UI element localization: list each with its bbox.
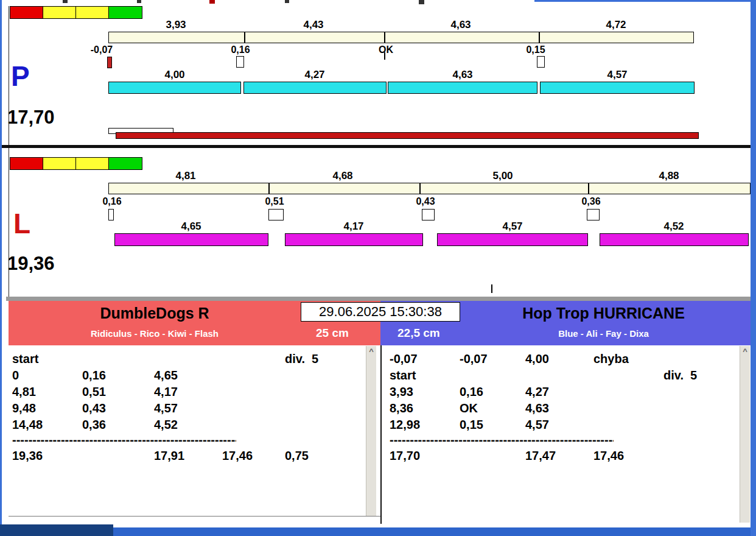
split-time: 4,68 — [306, 170, 379, 182]
table-row-penalty: -0,07-0,074,00chyba — [390, 351, 751, 367]
crossing-marker — [268, 209, 284, 220]
start-light-green — [108, 157, 142, 170]
table-cell: 8,36 — [390, 401, 460, 415]
dog-time: 4,17 — [317, 220, 390, 233]
scoreboard-divider — [6, 297, 752, 301]
table-row: 9,480,434,57 — [12, 400, 380, 417]
table-cell: 4,17 — [154, 385, 222, 399]
results-panel-left: startdiv. 5 00,164,65 4,810,514,17 9,480… — [9, 345, 380, 517]
dog-time-bar — [243, 82, 387, 94]
split-time: 4,81 — [149, 170, 222, 182]
dog-time-bar — [108, 82, 241, 94]
clipped-toolbar-text — [285, 0, 289, 3]
start-light-red — [10, 6, 44, 19]
results-panel-right: -0,07-0,074,00chyba startdiv. 5 3,930,16… — [380, 345, 751, 524]
start-light-yellow-2 — [75, 157, 110, 170]
table-cell: 17,70 — [390, 449, 460, 463]
table-cell: 4,63 — [525, 401, 593, 415]
crossing-value: -0,07 — [76, 44, 127, 55]
scale-divider — [244, 32, 245, 43]
table-row: 8,36OK4,63 — [390, 400, 751, 417]
table-cell: 0 — [12, 368, 82, 383]
table-cell: -0,07 — [390, 352, 460, 366]
table-cell: 12,98 — [390, 418, 460, 432]
table-cell: 4,57 — [154, 401, 222, 415]
table-row: 4,810,514,17 — [12, 384, 380, 400]
dog-time: 4,65 — [155, 220, 228, 233]
split-time: 4,72 — [579, 19, 653, 31]
table-cell: start — [390, 368, 460, 383]
flyball-timer-window: 3,93 4,43 4,63 4,72 -0,07 0,16 OK 0,15 4… — [0, 0, 756, 536]
start-light-red — [10, 157, 44, 170]
crossing-marker — [108, 209, 114, 220]
dog-time-bar — [285, 233, 423, 246]
table-row: 00,164,65 — [12, 367, 380, 384]
table-cell: -0,07 — [460, 352, 525, 366]
crossing-marker-fault — [107, 57, 112, 68]
table-cell: 0,43 — [82, 401, 154, 415]
crossing-tick — [384, 52, 385, 60]
table-cell: div. 5 — [663, 368, 751, 383]
team-name-left: DumbleDogs R — [9, 305, 301, 322]
crossing-value: 0,16 — [86, 196, 138, 207]
cursor-tick — [491, 284, 492, 293]
scroll-up-icon[interactable]: ^ — [740, 346, 750, 356]
dog-time: 4,00 — [138, 69, 211, 81]
race-timestamp: 29.06.2025 15:30:38 — [301, 302, 460, 322]
crossing-value: 0,15 — [510, 44, 561, 55]
table-row: startdiv. 5 — [12, 351, 380, 367]
clipped-toolbar — [0, 0, 756, 6]
table-cell: 17,47 — [525, 449, 593, 463]
start-lights-l — [10, 157, 143, 170]
window-border-right — [751, 0, 756, 536]
crossing-marker — [422, 209, 435, 220]
scale-divider — [539, 32, 540, 43]
team-lineup-left: Ridiculus - Rico - Kiwi - Flash — [9, 328, 301, 339]
table-row-totals: 19,3617,9117,460,75 — [12, 448, 380, 464]
dog-time-bar — [388, 82, 537, 94]
table-cell: 3,93 — [390, 385, 460, 399]
race-progress-bar — [116, 132, 699, 139]
scale-divider — [384, 32, 385, 43]
table-cell: 0,16 — [460, 385, 525, 399]
window-border-bottom — [113, 527, 756, 536]
clipped-toolbar-text — [63, 0, 68, 3]
table-cell: 17,46 — [593, 449, 663, 463]
jump-height-right: 22,5 cm — [397, 326, 440, 340]
crossing-marker — [587, 209, 600, 220]
scale-divider — [419, 183, 421, 194]
table-cell: 0,16 — [82, 368, 154, 383]
table-cell: 4,65 — [154, 368, 222, 383]
lane-letter-p: P — [11, 62, 30, 90]
table-row: startdiv. 5 — [390, 367, 751, 384]
split-time: 5,00 — [466, 170, 539, 182]
split-time: 4,88 — [632, 170, 705, 182]
crossing-value: 0,51 — [249, 196, 300, 207]
crossing-marker — [537, 56, 545, 68]
clipped-toolbar-text — [419, 0, 424, 4]
split-scale-bar-l — [108, 183, 751, 194]
crossing-value: 0,43 — [400, 196, 451, 207]
table-row: 14,480,364,52 — [12, 417, 380, 433]
table-row: 3,930,164,27 — [390, 384, 751, 400]
bottom-left-dark-panel — [0, 524, 113, 536]
right-panel-scrollbar[interactable]: ^ — [740, 346, 750, 523]
table-cell: 4,27 — [525, 385, 593, 399]
dog-time: 4,57 — [476, 220, 549, 233]
left-panel-scrollbar[interactable]: ^ — [366, 346, 376, 516]
table-cell: 17,91 — [154, 449, 222, 463]
table-cell: 4,81 — [12, 385, 82, 399]
table-separator: ----------------------------------------… — [390, 433, 614, 448]
table-cell: 19,36 — [12, 449, 82, 463]
scroll-up-icon[interactable]: ^ — [366, 346, 376, 356]
clipped-window-edge — [534, 0, 751, 2]
start-light-yellow-1 — [43, 157, 77, 170]
lane-total-l: 19,36 — [7, 254, 55, 273]
clipped-toolbar-text — [209, 0, 215, 4]
start-lights-p — [10, 6, 143, 19]
scale-divider — [588, 183, 589, 194]
start-light-yellow-1 — [43, 6, 77, 19]
scale-divider — [268, 183, 270, 194]
crossing-value: OK — [360, 44, 411, 55]
table-cell: chyba — [593, 352, 663, 366]
